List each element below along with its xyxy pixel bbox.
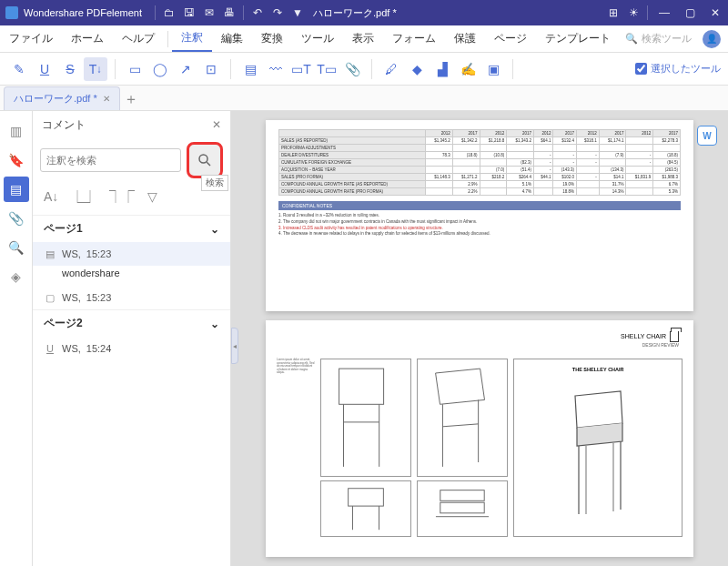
search-icon: 🔍 <box>625 33 638 45</box>
save-icon[interactable]: 🖫 <box>179 3 199 23</box>
rail-attachments[interactable]: 📎 <box>4 206 29 231</box>
svg-rect-2 <box>339 369 384 404</box>
grid-icon[interactable]: ⊞ <box>603 3 623 23</box>
menubar: ファイル ホーム ヘルプ 注釈 編集 変換 ツール 表示 フォーム 保護 ページ… <box>0 25 728 53</box>
svg-point-0 <box>199 155 207 163</box>
menu-help[interactable]: ヘルプ <box>113 25 164 52</box>
menu-view[interactable]: 表示 <box>343 25 383 52</box>
drawing-panel <box>320 480 411 537</box>
chevron-down-icon: ⌄ <box>210 318 219 330</box>
mail-icon[interactable]: ✉ <box>199 3 219 23</box>
comments-panel: コメント ✕ 検索 A↓ ⎿⏌ ⏋⎾ ▽ ページ1⌄▤WS,15:23wonde… <box>33 111 231 566</box>
comment-item[interactable]: UWS,15:24 <box>33 337 230 360</box>
menu-comment[interactable]: 注釈 <box>172 25 212 52</box>
comment-page-header[interactable]: ページ2⌄ <box>33 309 230 337</box>
menu-convert[interactable]: 変換 <box>252 25 292 52</box>
document-tabs: ハローワーク.pdf * ✕ ＋ <box>0 86 728 111</box>
svg-rect-12 <box>440 490 484 501</box>
stamp-tool[interactable]: ▟ <box>430 57 454 81</box>
add-tab-button[interactable]: ＋ <box>120 88 142 110</box>
box-icon: ▢ <box>44 291 56 304</box>
comment-search-button[interactable] <box>187 142 223 178</box>
app-logo-icon <box>5 6 18 19</box>
rail-search[interactable]: 🔍 <box>4 235 29 260</box>
menu-home[interactable]: ホーム <box>62 25 113 52</box>
minimize-button[interactable]: — <box>652 3 677 23</box>
menu-tool[interactable]: ツール <box>292 25 343 52</box>
drawing-panel <box>417 480 508 537</box>
pdf-page-1: 2012201720122017201220172012201720122017… <box>266 120 693 311</box>
rail-layers[interactable]: ◈ <box>4 264 29 289</box>
rail-bookmarks[interactable]: 🔖 <box>4 147 29 173</box>
textbox-tool[interactable]: 〰 <box>264 57 288 81</box>
text-tool[interactable]: T↓ <box>84 57 107 81</box>
attachment-tool[interactable]: 📎 <box>340 57 364 81</box>
rail-thumbnails[interactable]: ▥ <box>4 118 29 144</box>
search-tooltip: 検索 <box>201 175 228 191</box>
stamp2-tool[interactable]: ▣ <box>481 57 505 81</box>
card-title: THE SHELLEY CHAIR <box>572 367 624 372</box>
annotation-toolbar: ✎ U S T↓ ▭ ◯ ↗ ⊡ ▤ 〰 ▭T T▭ 📎 🖊 ◆ ▟ ✍ ▣ 選… <box>0 53 728 86</box>
rail-comments[interactable]: ▤ <box>4 177 29 202</box>
svg-line-1 <box>207 162 210 166</box>
oval-tool[interactable]: ◯ <box>148 57 172 81</box>
panel-collapse-handle[interactable]: ◂ <box>231 328 238 364</box>
pencil-tool[interactable]: 🖊 <box>379 57 403 81</box>
strikethrough-tool[interactable]: S <box>58 57 82 81</box>
comment-item[interactable]: ▤WS,15:23 <box>33 242 230 266</box>
comment-item[interactable]: ▢WS,15:23 <box>33 286 230 309</box>
svg-rect-6 <box>349 489 384 506</box>
typewriter-tool[interactable]: T▭ <box>315 57 339 81</box>
folder-icon[interactable]: 🗀 <box>159 3 179 23</box>
signature-tool[interactable]: ✍ <box>456 57 480 81</box>
dropdown-icon[interactable]: ▼ <box>288 3 308 23</box>
drawing-panel <box>417 359 508 477</box>
sort-az-icon[interactable]: A↓ <box>44 189 58 204</box>
measure-tool[interactable]: ⊡ <box>199 57 223 81</box>
menu-search[interactable]: 🔍 検索ツール <box>625 32 692 45</box>
filter-icon[interactable]: ▽ <box>147 189 157 204</box>
arrow-tool[interactable]: ↗ <box>174 57 197 81</box>
menu-file[interactable]: ファイル <box>0 25 62 52</box>
menu-form[interactable]: フォーム <box>383 25 445 52</box>
redo-icon[interactable]: ↷ <box>268 3 288 23</box>
note-icon: ▤ <box>44 248 56 260</box>
user-avatar[interactable]: 👤 <box>703 30 721 48</box>
sun-icon[interactable]: ☀ <box>623 3 643 23</box>
tab-close-icon[interactable]: ✕ <box>103 94 110 104</box>
underline-tool[interactable]: U <box>33 57 56 81</box>
undo-icon[interactable]: ↶ <box>248 3 268 23</box>
menu-template[interactable]: テンプレート <box>536 25 620 52</box>
keep-tool-checkbox[interactable] <box>635 63 647 75</box>
document-tab[interactable]: ハローワーク.pdf * ✕ <box>4 86 120 110</box>
collapse-all-icon[interactable]: ⏋⎾ <box>109 189 135 204</box>
eraser-tool[interactable]: ◆ <box>405 57 429 81</box>
maximize-button[interactable]: ▢ <box>677 3 703 23</box>
drawing-panel <box>320 359 411 477</box>
menu-page[interactable]: ページ <box>485 25 536 52</box>
confidential-notes: 1. Round 3 resulted in a ~32% reduction … <box>278 213 681 238</box>
app-name: Wondershare PDFelement <box>24 7 142 18</box>
note-tool[interactable]: ▤ <box>238 57 262 81</box>
comment-text: wondershare <box>33 266 230 286</box>
document-title: ハローワーク.pdf * <box>313 6 397 20</box>
svg-rect-13 <box>440 502 484 513</box>
rectangle-tool[interactable]: ▭ <box>123 57 147 81</box>
keep-tool-selected[interactable]: 選択したツール <box>635 62 721 76</box>
page2-title: SHELLY CHAIR <box>621 333 666 339</box>
chevron-down-icon: ⌄ <box>210 223 219 236</box>
panel-title: コメント <box>42 117 86 133</box>
menu-edit[interactable]: 編集 <box>212 25 252 52</box>
callout-tool[interactable]: ▭T <box>289 57 313 81</box>
svg-line-11 <box>443 424 479 427</box>
panel-close-icon[interactable]: ✕ <box>212 118 221 131</box>
highlight-tool[interactable]: ✎ <box>7 57 31 81</box>
document-viewport[interactable]: W 20122017201220172012201720122017201220… <box>231 111 728 566</box>
print-icon[interactable]: 🖶 <box>219 3 239 23</box>
export-word-badge[interactable]: W <box>697 126 717 146</box>
comment-search-input[interactable] <box>40 148 181 172</box>
expand-all-icon[interactable]: ⎿⏌ <box>71 189 96 204</box>
close-button[interactable]: ✕ <box>703 3 728 23</box>
menu-protect[interactable]: 保護 <box>445 25 485 52</box>
comment-page-header[interactable]: ページ1⌄ <box>33 215 230 242</box>
